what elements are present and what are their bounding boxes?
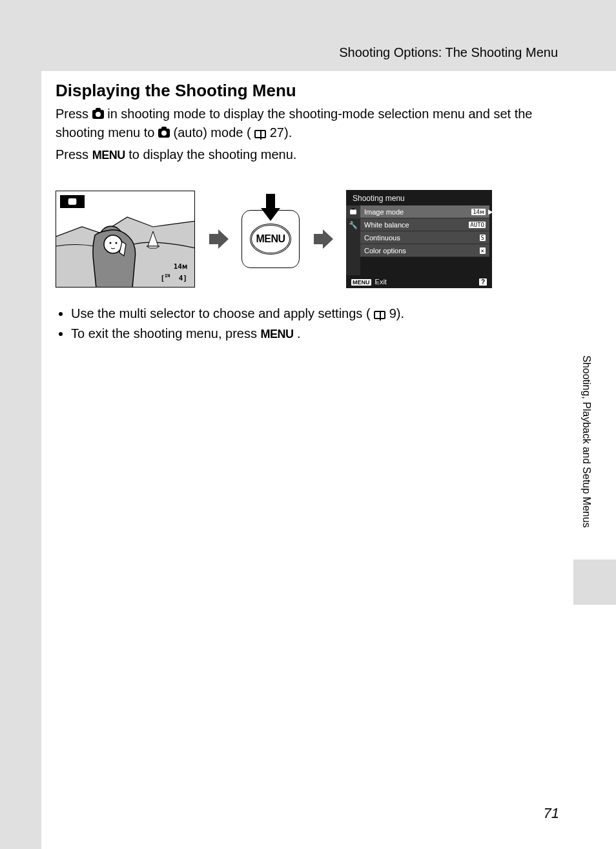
menu-item: Color options ✕ xyxy=(360,244,489,257)
camera-icon xyxy=(68,198,77,205)
para1-text-b: in shooting mode to display the shooting… xyxy=(56,107,532,140)
para2-text-b: to display the shooting menu. xyxy=(128,147,296,162)
menu-tabs: 🔧 xyxy=(346,205,360,275)
camera-icon xyxy=(158,129,170,138)
svg-point-2 xyxy=(110,242,112,244)
menu-item: White balance AUTO xyxy=(360,218,489,231)
book-icon xyxy=(374,311,385,319)
menu-item-value: S xyxy=(480,235,486,241)
exit-control: MENU Exit xyxy=(351,278,387,286)
shooting-menu-screen: Shooting menu 🔧 Image mode 14ᴍ White bal… xyxy=(346,190,492,288)
menu-item-label: Continuous xyxy=(364,234,400,242)
bullet2-b: . xyxy=(297,326,301,341)
menu-label: MENU xyxy=(261,328,294,341)
list-item: To exit the shooting menu, press MENU . xyxy=(71,324,558,344)
image-mode-badge: 14ᴍ xyxy=(172,262,189,271)
arrow-right-icon xyxy=(207,227,230,251)
menu-button-label: MENU xyxy=(250,224,291,255)
manual-page: Shooting Options: The Shooting Menu Disp… xyxy=(41,0,616,849)
setup-tab-icon: 🔧 xyxy=(346,218,360,231)
bullet1-b: 9). xyxy=(389,306,404,320)
caret-right-icon: ▶ xyxy=(488,208,493,215)
svg-point-3 xyxy=(116,242,118,244)
camera-icon xyxy=(92,110,104,119)
camera-preview-illustration: 14ᴍ [IN 4] xyxy=(56,191,195,288)
bullet2-a: To exit the shooting menu, press xyxy=(71,326,261,341)
para1-text-d: 27). xyxy=(270,125,292,140)
menu-items-list: Image mode 14ᴍ White balance AUTO Contin… xyxy=(360,205,489,275)
svg-point-1 xyxy=(104,235,122,253)
page-number: 71 xyxy=(544,805,559,822)
exit-label: Exit xyxy=(375,278,387,286)
bullet1-a: Use the multi selector to choose and app… xyxy=(71,306,371,320)
menu-item-value: 14ᴍ xyxy=(471,209,486,215)
menu-label: MENU xyxy=(92,149,125,162)
arrow-right-icon xyxy=(311,227,334,251)
shots-remaining: [IN 4] xyxy=(158,273,189,283)
paragraph-2: Press MENU to display the shooting menu. xyxy=(56,145,558,164)
menu-item-value: ✕ xyxy=(480,247,486,254)
book-icon xyxy=(254,130,266,138)
shooting-menu-title: Shooting menu xyxy=(346,190,492,205)
arrow-down-icon xyxy=(260,194,282,222)
paragraph-1: Press in shooting mode to display the sh… xyxy=(56,105,558,142)
menu-item: Continuous S xyxy=(360,231,489,244)
bullet-list: Use the multi selector to choose and app… xyxy=(56,304,558,344)
menu-item-label: White balance xyxy=(364,221,409,229)
menu-item: Image mode 14ᴍ xyxy=(360,205,489,218)
menu-button-illustration: MENU xyxy=(241,210,300,268)
menu-exit-badge: MENU xyxy=(351,279,371,286)
para1-text-a: Press xyxy=(56,107,92,121)
camera-tab-icon xyxy=(346,205,360,218)
para1-text-c: (auto) mode ( xyxy=(174,125,251,140)
menu-footer: MENU Exit ? xyxy=(351,278,487,286)
side-tab-marker xyxy=(573,560,616,605)
shot-info-badges: 14ᴍ [IN 4] xyxy=(158,262,189,283)
list-item: Use the multi selector to choose and app… xyxy=(71,304,558,324)
diagram-row: 14ᴍ [IN 4] MENU Shooting menu xyxy=(56,187,558,291)
section-title: Displaying the Shooting Menu xyxy=(56,81,296,101)
menu-item-value: AUTO xyxy=(469,222,486,228)
camera-icon xyxy=(350,209,356,215)
para2-text-a: Press xyxy=(56,147,92,162)
side-section-label: Shooting, Playback and Setup Menus xyxy=(580,355,592,528)
camera-mode-tab xyxy=(60,195,85,208)
help-icon: ? xyxy=(479,278,487,286)
menu-item-label: Image mode xyxy=(364,208,404,216)
header-text: Shooting Options: The Shooting Menu xyxy=(339,45,558,60)
menu-item-label: Color options xyxy=(364,247,406,255)
header-banner: Shooting Options: The Shooting Menu xyxy=(41,0,616,71)
